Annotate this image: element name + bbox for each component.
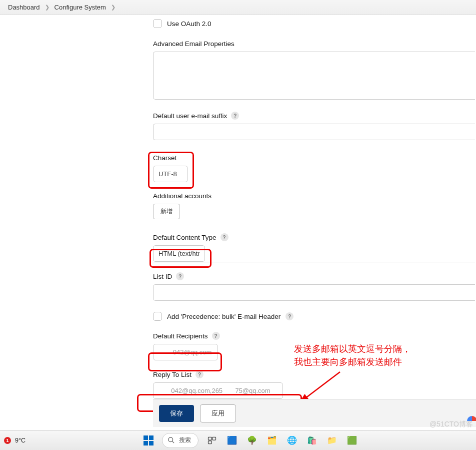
form-main: Use OAuth 2.0 Advanced Email Properties …	[0, 15, 476, 399]
help-icon[interactable]: ?	[286, 312, 294, 320]
charset-label: Charset	[153, 154, 176, 162]
breadcrumb-dashboard[interactable]: Dashboard	[8, 4, 40, 11]
oauth-checkbox[interactable]	[153, 19, 162, 28]
list-id-input[interactable]	[153, 284, 475, 301]
svg-point-1	[168, 437, 173, 442]
taskbar: 1 9°C 搜索 🟦 🌳 🗂️ 🌐 🛍️ 📁 🟩	[0, 430, 476, 450]
taskbar-search[interactable]: 搜索	[162, 433, 198, 448]
default-recipients-input[interactable]	[153, 344, 218, 360]
chevron-right-icon: ❯	[45, 4, 50, 11]
store-icon[interactable]: 🛍️	[306, 434, 318, 447]
help-icon[interactable]: ?	[220, 233, 228, 241]
advanced-email-label: Advanced Email Properties	[153, 40, 234, 48]
default-suffix-input[interactable]	[153, 124, 475, 140]
help-icon[interactable]: ?	[196, 370, 204, 378]
precedence-label: Add 'Precedence: bulk' E-mail Header	[167, 313, 280, 320]
breadcrumb: Dashboard ❯ Configure System ❯	[0, 0, 476, 15]
breadcrumb-configure-system[interactable]: Configure System	[54, 4, 106, 11]
annotation-line1: 发送多邮箱以英文逗号分隔，	[294, 342, 411, 355]
charset-input[interactable]	[153, 166, 188, 182]
taskbar-app-icon[interactable]: 🟦	[226, 434, 238, 447]
temperature-text: 9°C	[15, 437, 26, 444]
search-placeholder: 搜索	[179, 436, 191, 444]
oauth-label: Use OAuth 2.0	[167, 20, 212, 28]
svg-rect-5	[208, 440, 212, 443]
reply-to-label: Reply To List	[153, 371, 192, 378]
help-icon[interactable]: ?	[231, 112, 239, 120]
chevron-right-icon: ❯	[111, 4, 116, 11]
help-icon[interactable]: ?	[212, 332, 220, 340]
add-account-button[interactable]: 新增	[153, 204, 180, 219]
taskbar-weather[interactable]: 1 9°C	[4, 437, 26, 444]
taskbar-app-icon[interactable]: 🟩	[346, 434, 358, 447]
reply-to-input[interactable]	[153, 382, 283, 399]
content-type-label: Default Content Type	[153, 234, 216, 241]
annotation-line2: 我也主要向多邮箱发送邮件	[294, 355, 411, 368]
additional-accounts-label: Additional accounts	[153, 192, 212, 200]
taskbar-app-icon[interactable]: 🗂️	[266, 434, 278, 447]
list-id-label: List ID	[153, 273, 172, 280]
footer-bar: 保存 应用	[153, 399, 476, 427]
svg-rect-4	[212, 437, 216, 440]
annotation-text: 发送多邮箱以英文逗号分隔， 我也主要向多邮箱发送邮件	[294, 342, 411, 368]
default-recipients-label: Default Recipients	[153, 332, 208, 340]
help-icon[interactable]: ?	[176, 272, 184, 280]
precedence-checkbox[interactable]	[153, 312, 162, 321]
task-view-icon[interactable]	[206, 434, 218, 447]
content-type-select[interactable]	[153, 245, 205, 262]
watermark-text: @51CTO博客	[430, 420, 473, 429]
windows-start-icon[interactable]	[142, 434, 155, 447]
apply-button[interactable]: 应用	[200, 404, 236, 422]
notification-badge: 1	[4, 437, 11, 444]
edge-icon[interactable]: 🌐	[286, 434, 298, 447]
svg-rect-3	[208, 437, 212, 440]
default-suffix-label: Default user e-mail suffix	[153, 112, 227, 120]
taskbar-app-icon[interactable]: 🌳	[246, 434, 258, 447]
save-button[interactable]: 保存	[159, 405, 194, 422]
folder-icon[interactable]: 📁	[326, 434, 338, 447]
svg-line-2	[172, 441, 174, 443]
search-icon	[168, 436, 175, 444]
advanced-email-textarea[interactable]	[153, 52, 475, 100]
